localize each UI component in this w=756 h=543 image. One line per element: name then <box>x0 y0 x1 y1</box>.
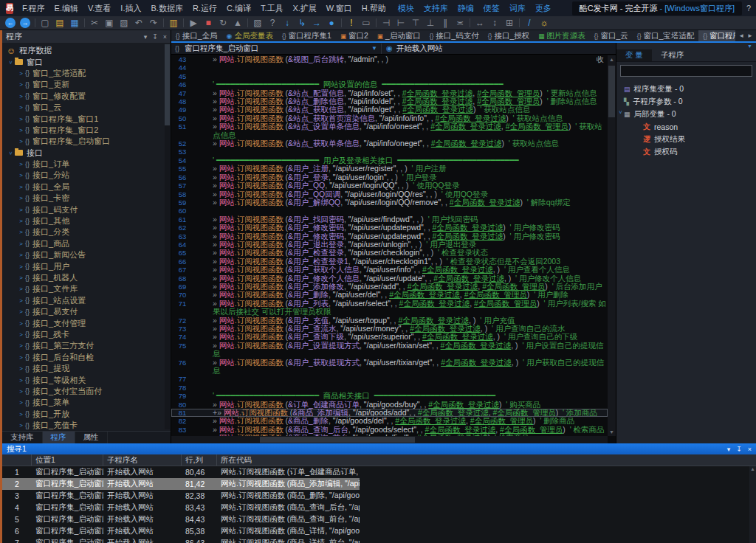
tree-item-窗口程序集_启动窗口[interactable]: >{}窗口程序集_启动窗口 <box>2 136 171 147</box>
menu-item[interactable]: T.工具 <box>261 3 284 14</box>
menu-item[interactable]: H.帮助 <box>362 3 386 14</box>
menu-item-extra[interactable]: 更多 <box>535 3 551 14</box>
run-icon[interactable]: ▶ <box>188 18 199 28</box>
tab-图片资源表[interactable]: ▦图片资源表 <box>534 30 590 41</box>
tree-item-接口_新闻公告[interactable]: >{}接口_新闻公告 <box>2 249 171 260</box>
close-icon[interactable]: × <box>748 446 752 453</box>
sidebar-tab-支持库[interactable]: 支持库 <box>2 432 43 443</box>
stop-icon[interactable]: ■ <box>203 18 213 28</box>
step-out-icon[interactable]: → <box>312 18 322 28</box>
sidebar-tab-程序[interactable]: 程序 <box>43 432 75 443</box>
resource-icon[interactable]: ▧ <box>252 18 263 28</box>
forward-icon[interactable]: → <box>20 18 30 28</box>
align-top-icon[interactable]: ⊤ <box>410 18 421 28</box>
menu-item-extra[interactable]: 支持库 <box>424 3 448 14</box>
tree-item-接口_支付宝当面付[interactable]: >{}接口_支付宝当面付 <box>2 386 171 397</box>
editor-vscrollbar-thumb[interactable] <box>608 66 615 117</box>
compile-icon[interactable]: ▲ <box>233 18 243 28</box>
back-icon[interactable]: ← <box>5 18 16 28</box>
editor-hscrollbar-thumb[interactable] <box>260 437 415 443</box>
same-width-icon[interactable]: ↔ <box>475 18 485 28</box>
tree-item-接口_分站[interactable]: >{}接口_分站 <box>2 170 171 181</box>
tree-item-窗口_宝塔适配[interactable]: >{}窗口_宝塔适配 <box>2 68 171 79</box>
tree-item-窗口程序集_窗口2[interactable]: >{}窗口程序集_窗口2 <box>2 125 171 136</box>
variable-item[interactable]: 逻授权结果 <box>616 133 756 145</box>
breadcrumb-module-dropdown[interactable]: {} 窗口程序集_启动窗口 ▼ <box>171 44 382 54</box>
result-row[interactable]: 5窗口程序集_启动窗口开始载入网站84,43网站.订阅视图函数 (商品_查询_前… <box>2 513 360 525</box>
tree-item-接口_其他[interactable]: >{}接口_其他 <box>2 215 171 226</box>
breakpoint-icon[interactable]: ● <box>326 18 337 28</box>
code-line[interactable]: 59» 网站.订阅视图函数 (&用户_解绑QQ, "/api/user/logi… <box>171 198 608 207</box>
results-scrollbar[interactable]: ▲ <box>749 466 756 543</box>
menu-item-extra[interactable]: 模块 <box>398 3 414 14</box>
tree-item-接口_残卡[interactable]: >{}接口_残卡 <box>2 329 171 340</box>
close-icon[interactable]: × <box>163 33 167 41</box>
variable-item[interactable]: ▚子程序参数 - 0 <box>616 95 756 108</box>
menu-item-extra[interactable]: 静编 <box>458 3 474 14</box>
variable-item[interactable]: >▦局部变量 - 0 <box>616 108 756 120</box>
save-icon[interactable]: ▦ <box>69 18 80 28</box>
menu-item[interactable]: X.扩展 <box>292 3 316 14</box>
align-center-v-icon[interactable]: ≍ <box>455 18 465 28</box>
menu-item[interactable]: E.编辑 <box>55 3 78 14</box>
tree-item-接口_等级相关[interactable]: >{}接口_等级相关 <box>2 374 171 385</box>
tree-item-接口_分类[interactable]: >{}接口_分类 <box>2 226 171 238</box>
options-icon[interactable]: ☼ <box>539 18 549 28</box>
result-row[interactable]: 6窗口程序集_启动窗口开始载入网站85,38网站.订阅视图函数 (商品_详情, … <box>2 525 360 537</box>
tip-icon[interactable]: ! <box>346 18 357 28</box>
tree-item-接口_码支付[interactable]: >{}接口_码支付 <box>2 204 171 215</box>
paste-icon[interactable]: ▨ <box>119 18 129 28</box>
format-brush-icon[interactable]: / <box>524 18 535 28</box>
menu-item[interactable]: W.窗口 <box>326 3 352 14</box>
note-icon[interactable]: ▭ <box>361 18 371 28</box>
dropdown-icon[interactable]: ▾ <box>727 446 731 453</box>
tree-item-接口_站点设置[interactable]: >{}接口_站点设置 <box>2 295 171 306</box>
tab-全局变量表[interactable]: ◉全局变量表 <box>222 30 278 41</box>
tree-item-接口_第三方支付[interactable]: >{}接口_第三方支付 <box>2 340 171 351</box>
tree-item-窗口程序集_窗口1[interactable]: >{}窗口程序集_窗口1 <box>2 113 171 124</box>
menu-item-extra[interactable]: 词库 <box>509 3 526 14</box>
align-left-icon[interactable]: ⊣ <box>381 18 391 28</box>
tree-item-窗口_更新[interactable]: >{}窗口_更新 <box>2 79 171 90</box>
help-icon[interactable]: ? <box>746 4 751 13</box>
tab-窗口_宝塔适配[interactable]: {}窗口_宝塔适配 <box>633 30 699 41</box>
dropdown-icon[interactable]: ▾ <box>144 33 148 41</box>
sidebar-scrollbar-thumb[interactable] <box>165 44 170 125</box>
tree-item-接口_菜单[interactable]: >{}接口_菜单 <box>2 397 171 408</box>
code-line[interactable]: 52» 网站.订阅视图函数 (&站点_获取单条信息, "/api/info/on… <box>171 139 608 148</box>
tab-接口_全局[interactable]: {}接口_全局 <box>171 30 222 41</box>
variable-item[interactable]: 文授权码 <box>616 145 756 158</box>
align-right-icon[interactable]: ⊢ <box>396 18 406 28</box>
copy-icon[interactable]: ▣ <box>104 18 114 28</box>
code-line[interactable]: 43» 网站.订阅视图函数 (&视图_后台跳转, "/admin", , )收 <box>171 55 608 63</box>
tab-nav-prev-icon[interactable]: ◄ <box>738 32 744 39</box>
editor-hscrollbar[interactable] <box>171 436 608 443</box>
menu-item[interactable]: V.查看 <box>88 3 111 14</box>
tree-item-接口_充值卡[interactable]: >{}接口_充值卡 <box>2 420 171 431</box>
result-row[interactable]: 1窗口程序集_启动窗口开始载入网站80,46网站.订阅视图函数 (订单_创建商品… <box>2 466 360 478</box>
tree-folder-窗口[interactable]: >窗口 <box>2 56 171 67</box>
variable-item[interactable]: ▤程序集变量 - 0 <box>616 83 756 95</box>
open-project-icon[interactable]: ▥ <box>168 18 179 28</box>
tab-窗口程序集1[interactable]: {}窗口程序集1 <box>278 30 336 41</box>
tree-item-窗口_云[interactable]: >{}窗口_云 <box>2 102 171 113</box>
variables-tab-变量[interactable]: 变 量 <box>616 49 652 61</box>
restart-icon[interactable]: ↻ <box>218 18 228 28</box>
same-size-icon[interactable]: ⊞ <box>504 18 515 28</box>
tab-接口_码支付[interactable]: {}接口_码支付 <box>425 30 484 41</box>
code-line[interactable]: 76» 网站.订阅视图函数 (&用户_获取提现方式, "/api/user/ti… <box>171 359 608 376</box>
align-center-h-icon[interactable]: ∥ <box>440 18 450 28</box>
menu-item-extra[interactable]: 便签 <box>484 3 500 14</box>
editor-vscrollbar[interactable]: ▲ ▼ <box>608 55 616 436</box>
result-row[interactable]: 3窗口程序集_启动窗口开始载入网站82,38网站.订阅视图函数 (商品_删除, … <box>2 490 360 502</box>
step-into-icon[interactable]: ↳ <box>297 18 307 28</box>
menu-item[interactable]: B.数据库 <box>151 3 182 14</box>
tab-窗口_云[interactable]: {}窗口_云 <box>590 30 633 41</box>
panel-dropdown-icon[interactable]: ▼ <box>747 44 752 49</box>
tree-folder-接口[interactable]: >接口 <box>2 148 171 159</box>
tree-item-程序数据[interactable]: ☺程序数据 <box>2 45 171 56</box>
pin-icon[interactable]: ↧ <box>736 446 742 453</box>
undo-icon[interactable]: ↶ <box>134 18 144 28</box>
pin-icon[interactable]: ↧ <box>152 33 158 41</box>
tab-窗口2[interactable]: ▣窗口2 <box>336 30 373 41</box>
